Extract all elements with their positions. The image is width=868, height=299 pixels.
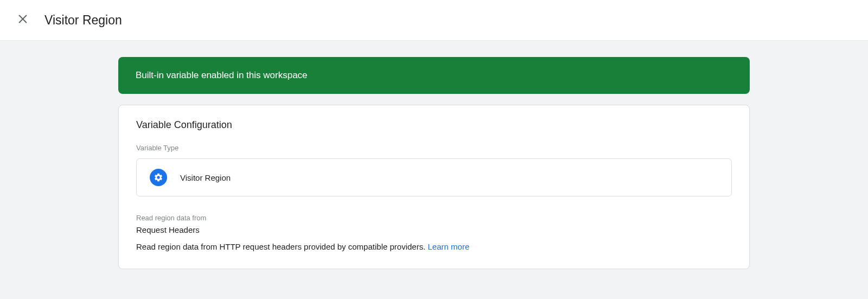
learn-more-link[interactable]: Learn more — [428, 242, 470, 251]
description-text: Read region data from HTTP request heade… — [136, 242, 732, 251]
page-title: Visitor Region — [44, 13, 122, 28]
variable-type-selector[interactable]: Visitor Region — [136, 158, 732, 196]
variable-type-label: Variable Type — [136, 144, 732, 152]
variable-type-value: Visitor Region — [180, 173, 231, 182]
dialog-header: Visitor Region — [0, 0, 868, 41]
close-icon — [17, 13, 29, 27]
read-region-value: Request Headers — [136, 225, 732, 234]
read-region-label: Read region data from — [136, 214, 732, 222]
close-button[interactable] — [16, 14, 29, 27]
banner-text: Built-in variable enabled in this worksp… — [136, 70, 308, 80]
status-banner: Built-in variable enabled in this worksp… — [118, 57, 750, 94]
content-area: Built-in variable enabled in this worksp… — [0, 41, 868, 299]
description-body: Read region data from HTTP request heade… — [136, 242, 428, 251]
card-title: Variable Configuration — [136, 119, 732, 131]
gear-icon — [150, 169, 167, 186]
variable-config-card: Variable Configuration Variable Type Vis… — [118, 105, 750, 269]
